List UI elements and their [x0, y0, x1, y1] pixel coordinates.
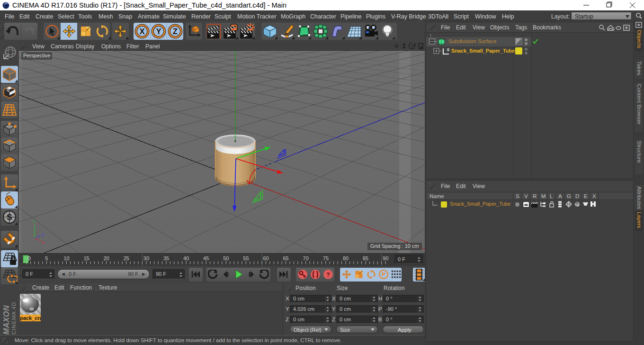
svg-text:?: ? — [326, 271, 330, 278]
svg-text:Z: Z — [173, 27, 178, 36]
svg-text:Y: Y — [156, 27, 161, 36]
svg-text:P: P — [382, 271, 385, 277]
svg-text:Z: Z — [42, 233, 45, 237]
svg-text:X: X — [42, 240, 45, 245]
svg-text:S: S — [7, 213, 12, 222]
svg-text:Y: Y — [33, 219, 36, 224]
svg-text:0: 0 — [447, 47, 449, 52]
svg-text:X: X — [140, 27, 145, 36]
